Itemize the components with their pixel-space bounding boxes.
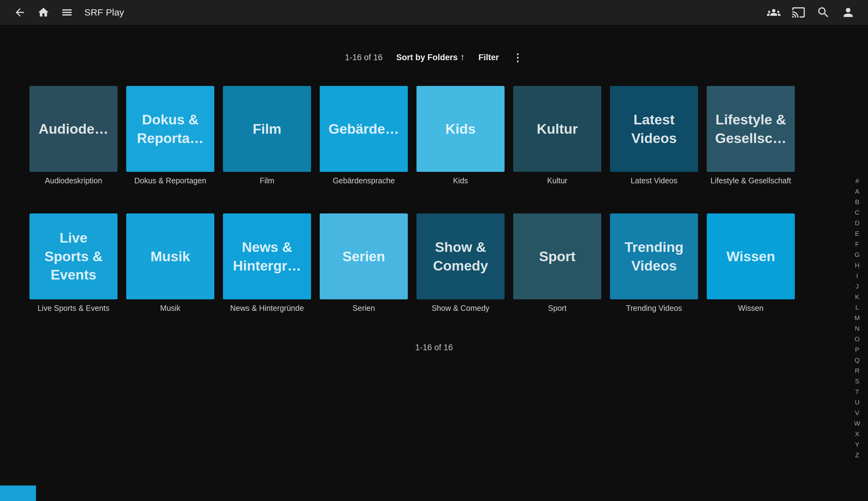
folder-card: TrendingVideos [610,213,698,299]
alphabet-letter[interactable]: P [852,346,862,353]
folder-card-title: TrendingVideos [621,238,686,275]
folder-card: Show &Comedy [416,213,504,299]
library-folder-tile[interactable]: Musik Musik [126,213,214,313]
folder-card: Serien [320,213,408,299]
bottom-left-accent-bar [0,486,36,501]
folder-card-title: Gebärde… [325,120,402,138]
alphabet-letter[interactable]: G [852,251,862,258]
alphabet-letter[interactable]: Y [852,441,862,448]
library-folder-tile[interactable]: News &Hintergr… News & Hintergründe [223,213,311,313]
alphabet-letter[interactable]: Q [852,357,862,364]
library-folder-tile[interactable]: LiveSports &Events Live Sports & Events [30,213,118,313]
alphabet-letter[interactable]: R [852,367,862,374]
library-folder-tile[interactable]: Kids Kids [416,86,504,185]
folder-label: Film [223,176,311,185]
folder-card: Wissen [707,213,795,299]
cast-button[interactable] [791,4,806,21]
alphabet-letter[interactable]: N [852,325,862,332]
folder-card-title: Dokus &Reporta… [134,110,207,147]
menu-button[interactable] [59,4,75,21]
library-folder-tile[interactable]: Sport Sport [513,213,601,313]
folder-card: News &Hintergr… [223,213,311,299]
alphabet-picker: #ABCDEFGHIJKLMNOPQRSTUVWXYZ [852,178,862,458]
folder-label: Kids [416,176,504,185]
alphabet-letter[interactable]: # [852,178,862,184]
folder-card: LiveSports &Events [30,213,118,299]
library-folder-tile[interactable]: Lifestyle &Gesellsc… Lifestyle & Gesells… [707,86,795,185]
library-folder-tile[interactable]: TrendingVideos Trending Videos [610,213,698,313]
alphabet-letter[interactable]: X [852,430,862,437]
folder-label: Latest Videos [610,176,698,185]
sort-button-label: Sort by Folders [396,53,458,62]
alphabet-letter[interactable]: K [852,294,862,300]
folder-label: Gebärdensprache [320,176,408,185]
app-bar-actions [757,4,856,21]
alphabet-letter[interactable]: W [852,420,862,427]
folder-label: Trending Videos [610,304,698,313]
library-folder-tile[interactable]: Dokus &Reporta… Dokus & Reportagen [126,86,214,185]
more-vertical-icon: ⋮ [513,51,523,64]
folder-label: Dokus & Reportagen [126,176,214,185]
footer-item-count: 1-16 of 16 [0,343,868,352]
app-bar: SRF Play [0,0,868,25]
folder-card-title: LiveSports &Events [41,228,106,284]
folder-card: Kultur [513,86,601,172]
alphabet-letter[interactable]: H [852,262,862,269]
library-folder-tile[interactable]: Audiode… Audiodeskription [30,86,118,185]
folder-card: Kids [416,86,504,172]
folder-card: Audiode… [30,86,118,172]
syncplay-button[interactable] [766,4,782,21]
folder-card-title: Film [250,120,285,138]
folder-label: Lifestyle & Gesellschaft [707,176,795,185]
home-button[interactable] [35,4,52,21]
alphabet-letter[interactable]: A [852,188,862,195]
folder-card: Dokus &Reporta… [126,86,214,172]
folder-label: Serien [320,304,408,313]
hamburger-menu-icon [61,6,73,19]
alphabet-letter[interactable]: D [852,220,862,226]
folder-card: Film [223,86,311,172]
folder-label: News & Hintergründe [223,304,311,313]
library-folder-tile[interactable]: Wissen Wissen [707,213,795,313]
home-icon [37,6,50,19]
folder-card-title: Wissen [723,247,778,266]
alphabet-letter[interactable]: I [852,273,862,279]
sort-button[interactable]: Sort by Folders ↑ [396,53,465,62]
alphabet-letter[interactable]: C [852,209,862,216]
search-button[interactable] [815,4,832,21]
alphabet-letter[interactable]: O [852,335,862,342]
folder-card-title: News &Hintergr… [230,238,304,275]
alphabet-letter[interactable]: B [852,199,862,205]
alphabet-letter[interactable]: V [852,409,862,416]
folder-card-title: Show &Comedy [430,238,491,275]
alphabet-letter[interactable]: Z [852,452,862,458]
back-button[interactable] [12,4,28,21]
alphabet-letter[interactable]: J [852,283,862,290]
folder-label: Sport [513,304,601,313]
library-folder-tile[interactable]: Kultur Kultur [513,86,601,185]
folder-card-title: Kids [442,120,479,138]
filter-button[interactable]: Filter [478,53,499,62]
more-options-button[interactable]: ⋮ [513,51,523,64]
sort-ascending-icon: ↑ [460,52,465,62]
alphabet-letter[interactable]: E [852,230,862,237]
user-button[interactable] [840,4,856,21]
alphabet-letter[interactable]: S [852,378,862,385]
back-arrow-icon [14,6,26,19]
folder-card-title: LatestVideos [628,110,680,147]
alphabet-letter[interactable]: F [852,241,862,247]
library-toolbar: 1-16 of 16 Sort by Folders ↑ Filter ⋮ [0,51,868,64]
library-folder-tile[interactable]: Film Film [223,86,311,185]
folder-card-title: Musik [147,247,193,266]
alphabet-letter[interactable]: L [852,304,862,311]
library-folder-tile[interactable]: Gebärde… Gebärdensprache [320,86,408,185]
folder-label: Audiodeskription [30,176,118,185]
item-count: 1-16 of 16 [345,53,383,62]
library-folder-tile[interactable]: Serien Serien [320,213,408,313]
alphabet-letter[interactable]: M [852,315,862,321]
alphabet-letter[interactable]: U [852,399,862,406]
library-folder-tile[interactable]: LatestVideos Latest Videos [610,86,698,185]
alphabet-letter[interactable]: T [852,388,862,395]
folder-card-title: Audiode… [36,120,112,138]
library-folder-tile[interactable]: Show &Comedy Show & Comedy [416,213,504,313]
